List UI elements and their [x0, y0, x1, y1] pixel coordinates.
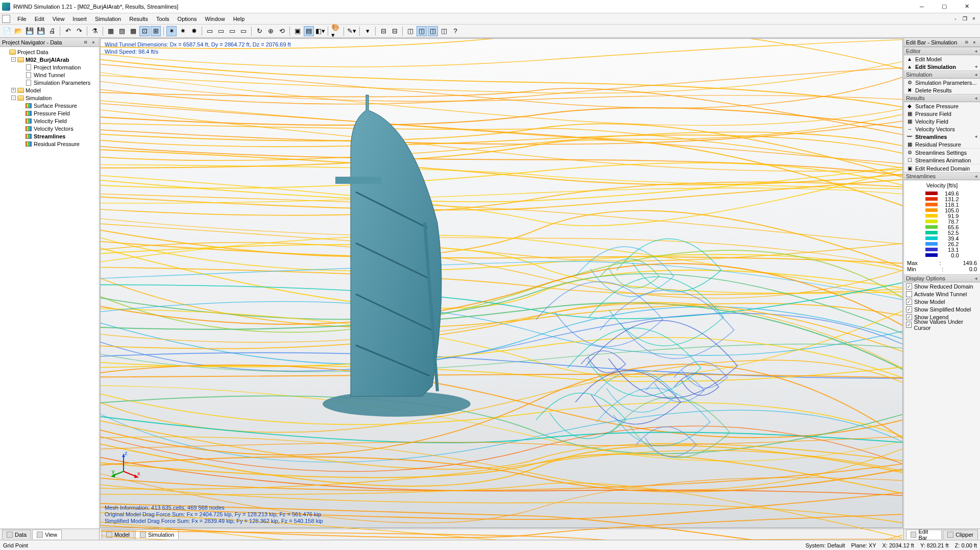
opt-activate-wind-tunnel[interactable]: Activate Wind Tunnel: [904, 290, 980, 298]
left-panel: Project Navigator - Data ⧈ × Project Dat…: [0, 38, 100, 540]
minimize-button[interactable]: ─: [911, 1, 933, 13]
pen-a[interactable]: ✎▾: [347, 26, 357, 36]
sim-delete-results[interactable]: ✖Delete Results: [904, 86, 980, 94]
panel-close[interactable]: ×: [90, 39, 97, 46]
misc-a[interactable]: ⊟: [378, 26, 388, 36]
domain-edit-reduced-domain[interactable]: ▣Edit Reduced Domain: [904, 164, 980, 172]
tree-velocity-field[interactable]: Velocity Field: [1, 117, 98, 125]
gear-b[interactable]: ✷: [178, 26, 188, 36]
new-button[interactable]: 📄: [2, 26, 12, 36]
menu-help[interactable]: Help: [229, 15, 249, 23]
tree-project-information[interactable]: Project Information: [1, 63, 98, 71]
rotate-b[interactable]: ⊕: [265, 26, 276, 36]
gear-a[interactable]: ✶: [166, 26, 177, 36]
menu-insert[interactable]: Insert: [68, 15, 91, 23]
center-tab-simulation[interactable]: Simulation: [135, 530, 179, 539]
mdi-restore[interactable]: ❐: [961, 15, 969, 22]
tree-project-data[interactable]: Project Data: [1, 48, 98, 56]
view-d[interactable]: ▭: [238, 26, 249, 36]
disp-b[interactable]: ▤: [304, 26, 314, 36]
disp-c[interactable]: ◧▾: [315, 26, 325, 36]
filter-a[interactable]: ▾: [362, 26, 373, 36]
opt-show-values-under-cursor[interactable]: ✓Show Values Under Cursor: [904, 321, 980, 328]
result-velocity-field[interactable]: ▦Velocity Field: [904, 117, 980, 125]
maximize-button[interactable]: ▢: [933, 1, 955, 13]
streamset-streamlines-animation[interactable]: ☐Streamlines Animation: [904, 156, 980, 164]
tree-residual-pressure[interactable]: Residual Pressure: [1, 140, 98, 148]
menu-tools[interactable]: Tools: [152, 15, 174, 23]
rpanel-close[interactable]: ×: [971, 39, 978, 46]
tree-pressure-field[interactable]: Pressure Field: [1, 109, 98, 117]
opt-show-simplified-model[interactable]: ✓Show Simplified Model: [904, 305, 980, 313]
opt-show-reduced-domain[interactable]: ✓Show Reduced Domain: [904, 282, 980, 290]
tool-e[interactable]: ⊞: [151, 26, 161, 36]
gear-c[interactable]: ✸: [189, 26, 199, 36]
menu-edit[interactable]: Edit: [31, 15, 48, 23]
win-d[interactable]: ◫: [439, 26, 449, 36]
menu-window[interactable]: Window: [201, 15, 229, 23]
tree-model[interactable]: +Model: [1, 86, 98, 94]
result-velocity-vectors[interactable]: →Velocity Vectors: [904, 125, 980, 133]
project-tree[interactable]: Project Data-M02_BurjAlArabProject Infor…: [0, 47, 99, 529]
print-button[interactable]: 🖨: [47, 26, 57, 36]
status-left: Grid Point: [3, 542, 28, 548]
view-b[interactable]: ▭: [216, 26, 226, 36]
sim-simulation-parameters-[interactable]: ⚙Simulation Parameters...: [904, 79, 980, 86]
result-residual-pressure[interactable]: ▦Residual Pressure: [904, 140, 980, 148]
view-a[interactable]: ▭: [205, 26, 215, 36]
undo-button[interactable]: ↶: [63, 26, 73, 36]
save-as-button[interactable]: 💾: [36, 26, 46, 36]
rotate-c[interactable]: ⟲: [277, 26, 287, 36]
left-tab-view[interactable]: View: [32, 530, 62, 539]
tool-a[interactable]: ▦: [106, 26, 116, 36]
mdi-close[interactable]: ×: [970, 15, 978, 22]
result-streamlines[interactable]: 〰Streamlines◄: [904, 133, 980, 140]
tree-wind-tunnel[interactable]: Wind Tunnel: [1, 71, 98, 79]
rpanel-pin[interactable]: ⧈: [963, 39, 970, 46]
save-button[interactable]: 💾: [24, 26, 35, 36]
calc-button[interactable]: ⚗: [90, 26, 100, 36]
tree-m02_burjalarab[interactable]: -M02_BurjAlArab: [1, 56, 98, 63]
editor-edit-model[interactable]: ▲Edit Model: [904, 55, 980, 63]
result-pressure-field[interactable]: ▦Pressure Field: [904, 110, 980, 117]
win-a[interactable]: ◫: [405, 26, 415, 36]
viewport[interactable]: Wind Tunnel Dimensions: Dx = 6587.54 ft,…: [100, 38, 903, 528]
menu-options[interactable]: Options: [174, 15, 201, 23]
tree-simulation-parameters[interactable]: Simulation Parameters: [1, 79, 98, 86]
axis-triad: z x y: [111, 451, 141, 482]
result-surface-pressure[interactable]: ◆Surface Pressure: [904, 102, 980, 110]
disp-a[interactable]: ▣: [292, 26, 303, 36]
menu-results[interactable]: Results: [125, 15, 152, 23]
view-c[interactable]: ▭: [227, 26, 237, 36]
menu-simulation[interactable]: Simulation: [91, 15, 125, 23]
tool-d[interactable]: ⊡: [139, 26, 150, 36]
panel-pin[interactable]: ⧈: [82, 39, 89, 46]
right-tab-edit-bar[interactable]: Edit Bar: [906, 530, 942, 539]
status-y: Y: 820.21 ft: [920, 542, 949, 548]
tool-c[interactable]: ▩: [128, 26, 138, 36]
editor-edit-simulation[interactable]: ▲Edit Simulation◄: [904, 63, 980, 70]
rotate-a[interactable]: ↻: [254, 26, 264, 36]
misc-b[interactable]: ⊟: [389, 26, 400, 36]
menu-view[interactable]: View: [48, 15, 69, 23]
redo-button[interactable]: ↷: [74, 26, 84, 36]
tree-velocity-vectors[interactable]: Velocity Vectors: [1, 125, 98, 132]
tree-streamlines[interactable]: Streamlines: [1, 132, 98, 140]
win-c[interactable]: ◫: [428, 26, 438, 36]
mdi-minimize[interactable]: -: [951, 15, 960, 22]
win-b[interactable]: ◫: [416, 26, 427, 36]
tool-b[interactable]: ▨: [117, 26, 127, 36]
streamset-streamlines-settings[interactable]: ⚙Streamlines Settings: [904, 149, 980, 156]
open-button[interactable]: 📂: [13, 26, 23, 36]
close-button[interactable]: ✕: [955, 1, 978, 13]
menu-file[interactable]: File: [13, 15, 31, 23]
center-tab-model[interactable]: Model: [102, 530, 134, 539]
opt-show-model[interactable]: ✓Show Model: [904, 298, 980, 305]
right-tab-clipper[interactable]: Clipper: [943, 530, 978, 539]
svg-text:y: y: [112, 468, 115, 474]
tree-simulation[interactable]: -Simulation: [1, 94, 98, 102]
tree-surface-pressure[interactable]: Surface Pressure: [1, 102, 98, 109]
left-tab-data[interactable]: Data: [2, 530, 31, 539]
help-button[interactable]: ?: [450, 26, 460, 36]
color-a[interactable]: 🎨▾: [331, 26, 341, 36]
